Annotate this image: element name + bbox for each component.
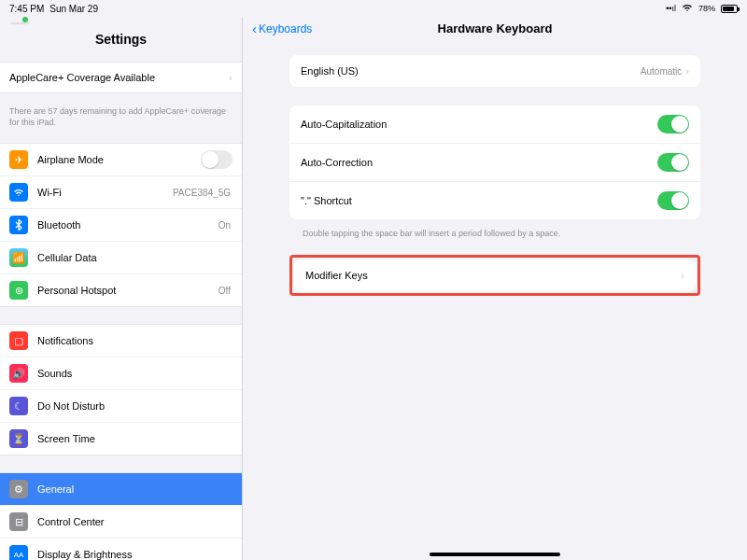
applecare-label: AppleCare+ Coverage Available bbox=[9, 72, 229, 83]
sidebar-item-bluetooth[interactable]: Bluetooth On bbox=[0, 209, 242, 242]
bluetooth-icon bbox=[9, 216, 28, 234]
chevron-right-icon: › bbox=[681, 270, 684, 281]
detail-title: Hardware Keyboard bbox=[243, 21, 747, 35]
shortcut-toggle[interactable] bbox=[657, 191, 689, 210]
autocap-row[interactable]: Auto-Capitalization bbox=[289, 105, 700, 144]
profile-avatar[interactable] bbox=[9, 22, 30, 24]
sidebar-title: Settings bbox=[0, 28, 242, 54]
sidebar-item-wifi[interactable]: Wi-Fi PACE384_5G bbox=[0, 176, 242, 209]
general-icon: ⚙ bbox=[9, 480, 28, 498]
modifier-keys-row[interactable]: Modifier Keys › bbox=[294, 259, 696, 291]
dnd-icon: ☾ bbox=[9, 397, 28, 415]
status-bar: 7:45 PM Sun Mar 29 ••ıl 78% bbox=[0, 0, 747, 17]
autocap-toggle[interactable] bbox=[657, 115, 689, 133]
autocorrect-row[interactable]: Auto-Correction bbox=[289, 144, 700, 182]
autocorrect-toggle[interactable] bbox=[657, 153, 689, 172]
battery-icon bbox=[721, 5, 738, 13]
home-indicator[interactable] bbox=[430, 553, 560, 556]
hotspot-icon: ⊚ bbox=[9, 281, 28, 300]
settings-sidebar: Settings AppleCare+ Coverage Available ›… bbox=[0, 17, 243, 560]
annotation-highlight: Modifier Keys › bbox=[289, 255, 700, 296]
chevron-right-icon: › bbox=[685, 65, 689, 77]
display-icon: AA bbox=[9, 545, 28, 560]
signal-icon: ••ıl bbox=[666, 4, 676, 13]
sidebar-item-display[interactable]: AA Display & Brightness bbox=[0, 539, 242, 560]
battery-percent: 78% bbox=[698, 4, 715, 13]
shortcut-row[interactable]: "." Shortcut bbox=[289, 182, 700, 219]
status-date: Sun Mar 29 bbox=[49, 4, 98, 14]
status-time: 7:45 PM bbox=[9, 4, 44, 14]
wifi-icon bbox=[682, 4, 693, 14]
sidebar-item-sounds[interactable]: 🔊 Sounds bbox=[0, 357, 242, 390]
sidebar-item-hotspot[interactable]: ⊚ Personal Hotspot Off bbox=[0, 274, 242, 306]
chevron-right-icon: › bbox=[229, 72, 233, 83]
applecare-note: There are 57 days remaining to add Apple… bbox=[0, 103, 242, 135]
wifi-settings-icon bbox=[9, 183, 28, 202]
sidebar-item-general[interactable]: ⚙ General bbox=[0, 473, 242, 506]
screentime-icon: ⏳ bbox=[9, 429, 28, 448]
controlcenter-icon: ⊟ bbox=[9, 512, 28, 531]
airplane-icon: ✈ bbox=[9, 150, 28, 169]
sidebar-item-notifications[interactable]: ▢ Notifications bbox=[0, 325, 242, 357]
airplane-toggle[interactable] bbox=[201, 150, 233, 169]
cellular-icon: 📶 bbox=[9, 248, 28, 267]
detail-pane: ‹ Keyboards Hardware Keyboard English (U… bbox=[243, 17, 747, 560]
sidebar-item-cellular[interactable]: 📶 Cellular Data bbox=[0, 242, 242, 274]
sidebar-item-dnd[interactable]: ☾ Do Not Disturb bbox=[0, 390, 242, 423]
sounds-icon: 🔊 bbox=[9, 364, 28, 383]
sidebar-item-screentime[interactable]: ⏳ Screen Time bbox=[0, 423, 242, 455]
shortcut-note: Double tapping the space bar will insert… bbox=[289, 225, 700, 251]
sidebar-item-applecare[interactable]: AppleCare+ Coverage Available › bbox=[0, 63, 242, 92]
language-row[interactable]: English (US) Automatic › bbox=[289, 55, 700, 87]
sidebar-item-controlcenter[interactable]: ⊟ Control Center bbox=[0, 506, 242, 539]
sidebar-item-airplane[interactable]: ✈ Airplane Mode bbox=[0, 144, 242, 176]
notifications-icon: ▢ bbox=[9, 331, 28, 350]
